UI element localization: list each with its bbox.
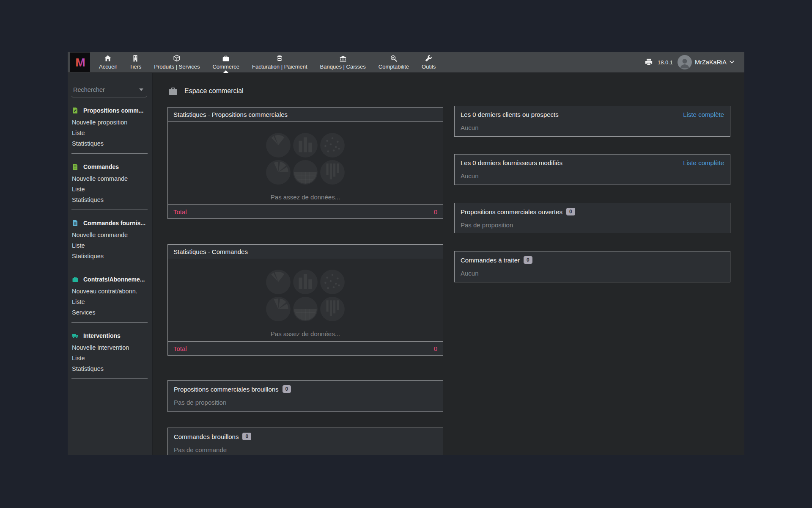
total-row: Total 0	[168, 204, 443, 218]
nav-item-commerce[interactable]: Commerce	[206, 52, 246, 72]
chevron-down-icon	[730, 61, 734, 64]
nav-item-facturation-paiement[interactable]: Facturation | Paiement	[246, 52, 314, 72]
nav-item-accueil[interactable]: Accueil	[93, 52, 123, 72]
printer-icon[interactable]	[645, 58, 653, 66]
pie-chart-placeholder-icon	[265, 132, 291, 158]
card-title-row: Commandes brouillons 0	[174, 433, 437, 440]
sidebar-item-nouvelle-intervention[interactable]: Nouvelle intervention	[68, 342, 152, 353]
card-title-left: Propositions commerciales brouillons 0	[174, 385, 291, 393]
user-menu[interactable]: MrZaKaRiA	[678, 55, 734, 69]
sidebar-heading-label: Contrats/Abonneme...	[83, 276, 145, 283]
scatter-chart-placeholder-icon	[319, 132, 346, 158]
card-title: Propositions commerciales brouillons	[174, 386, 279, 393]
card-title-left: Commandes à traiter 0	[461, 256, 532, 264]
sidebar-item-services[interactable]: Services	[68, 307, 152, 318]
card-body-text: Aucun	[461, 172, 724, 179]
no-data-text: Pas assez de données...	[168, 330, 443, 337]
sidebar-section-commandes-fournisseurs: Commandes fournis... Nouvelle commande L…	[68, 220, 152, 266]
sidebar-heading-label: Commandes fournis...	[83, 220, 145, 226]
sidebar-section-commandes: Commandes Nouvelle commande Liste Statis…	[68, 163, 152, 210]
bank-icon	[339, 55, 347, 62]
svg-text:M: M	[75, 56, 85, 69]
card-title-row: Commandes à traiter 0	[461, 256, 724, 264]
nav-item-produits-services[interactable]: Produits | Services	[148, 52, 206, 72]
sidebar-item-nouvelle-commande[interactable]: Nouvelle commande	[68, 229, 152, 240]
building-icon	[132, 55, 139, 62]
contract-icon	[72, 276, 79, 283]
sidebar-heading-contrats[interactable]: Contrats/Abonneme...	[68, 276, 152, 283]
card-title-row: Propositions commerciales ouvertes 0	[461, 208, 724, 215]
card-title: Commandes brouillons	[174, 433, 239, 440]
nav-label: Banques | Caisses	[320, 64, 366, 70]
card-commandes-brouillons: Commandes brouillons 0 Pas de commande	[167, 428, 443, 455]
sidebar-item-liste[interactable]: Liste	[68, 296, 152, 307]
card-title-left: Propositions commerciales ouvertes 0	[461, 208, 575, 215]
count-badge: 0	[524, 256, 532, 264]
sidebar-item-nouvelle-commande[interactable]: Nouvelle commande	[68, 173, 152, 184]
nav-item-tiers[interactable]: Tiers	[123, 52, 148, 72]
fan-chart-placeholder-icon	[265, 296, 291, 322]
sidebar-items: Nouvelle commande Liste Statistiques	[68, 229, 152, 261]
sidebar-section-contrats: Contrats/Abonneme... Nouveau contrat/abo…	[68, 276, 152, 323]
sidebar-items: Nouvelle intervention Liste Statistiques	[68, 342, 152, 374]
sidebar-divider	[71, 153, 148, 154]
app-window: M Accueil Tiers Produits	[68, 52, 744, 455]
sidebar: Propositions comm... Nouvelle propositio…	[68, 73, 153, 455]
proposal-icon	[72, 107, 79, 114]
page-title: Espace commercial	[184, 87, 244, 95]
coins-icon	[276, 55, 283, 62]
card-title-row: Les 0 derniers clients ou prospects List…	[461, 111, 724, 118]
stats-card-commandes: Statistiques - Commandes	[167, 244, 443, 356]
home-icon	[104, 55, 112, 62]
total-label: Total	[173, 208, 187, 215]
sidebar-item-liste[interactable]: Liste	[68, 353, 152, 363]
pie-chart-placeholder-icon	[265, 269, 291, 295]
total-value: 0	[434, 208, 437, 215]
sidebar-items: Nouvelle proposition Liste Statistiques	[68, 117, 152, 149]
person-icon	[678, 57, 691, 69]
app-logo[interactable]: M	[70, 52, 90, 72]
sidebar-heading-propositions[interactable]: Propositions comm...	[68, 107, 152, 114]
active-tab-indicator	[223, 70, 229, 73]
count-badge: 0	[283, 385, 291, 393]
card-title-row: Les 0 derniers fournisseurs modifiés Lis…	[461, 159, 724, 166]
sidebar-item-liste[interactable]: Liste	[68, 127, 152, 138]
nav-item-banques-caisses[interactable]: Banques | Caisses	[314, 52, 372, 72]
nav-label: Facturation | Paiement	[252, 64, 307, 70]
no-data-text: Pas assez de données...	[168, 193, 443, 201]
sidebar-item-statistiques[interactable]: Statistiques	[68, 194, 152, 205]
nav-label: Accueil	[99, 64, 117, 70]
scatter-chart-placeholder-icon	[319, 269, 346, 295]
supplier-order-icon	[72, 220, 79, 226]
liste-complete-link[interactable]: Liste complète	[683, 111, 724, 118]
sidebar-heading-commandes[interactable]: Commandes	[68, 163, 152, 170]
sidebar-heading-interventions[interactable]: Interventions	[68, 332, 152, 339]
card-title-left: Les 0 derniers fournisseurs modifiés	[461, 159, 562, 166]
sidebar-item-statistiques[interactable]: Statistiques	[68, 251, 152, 261]
nav-item-comptabilite[interactable]: Comptabilité	[372, 52, 415, 72]
sidebar-item-nouvelle-proposition[interactable]: Nouvelle proposition	[68, 117, 152, 127]
card-commandes-a-traiter: Commandes à traiter 0 Aucun	[454, 251, 730, 282]
count-badge: 0	[242, 433, 251, 440]
top-navbar: M Accueil Tiers Produits	[68, 52, 744, 73]
sidebar-item-nouveau-contrat[interactable]: Nouveau contrat/abonn.	[68, 286, 152, 296]
sidebar-heading-commandes-fournisseurs[interactable]: Commandes fournis...	[68, 220, 152, 226]
card-title: Statistiques - Commandes	[168, 245, 443, 259]
page-title-row: Espace commercial	[168, 86, 244, 96]
card-title: Les 0 derniers fournisseurs modifiés	[461, 159, 562, 166]
nav-item-outils[interactable]: Outils	[415, 52, 442, 72]
sidebar-item-statistiques[interactable]: Statistiques	[68, 363, 152, 374]
search-dropdown-caret[interactable]	[139, 88, 143, 91]
main-content: Espace commercial Statistiques - Proposi…	[153, 73, 744, 455]
sidebar-item-liste[interactable]: Liste	[68, 240, 152, 251]
total-value: 0	[434, 345, 437, 352]
liste-complete-link[interactable]: Liste complète	[683, 159, 724, 166]
card-body-text: Aucun	[461, 124, 724, 131]
sidebar-divider	[71, 266, 148, 266]
sidebar-item-liste[interactable]: Liste	[68, 184, 152, 194]
card-derniers-clients: Les 0 derniers clients ou prospects List…	[454, 106, 730, 137]
wrench-icon	[425, 55, 433, 62]
search-input[interactable]	[72, 86, 133, 94]
sidebar-section-interventions: Interventions Nouvelle intervention List…	[68, 332, 152, 379]
sidebar-item-statistiques[interactable]: Statistiques	[68, 138, 152, 149]
